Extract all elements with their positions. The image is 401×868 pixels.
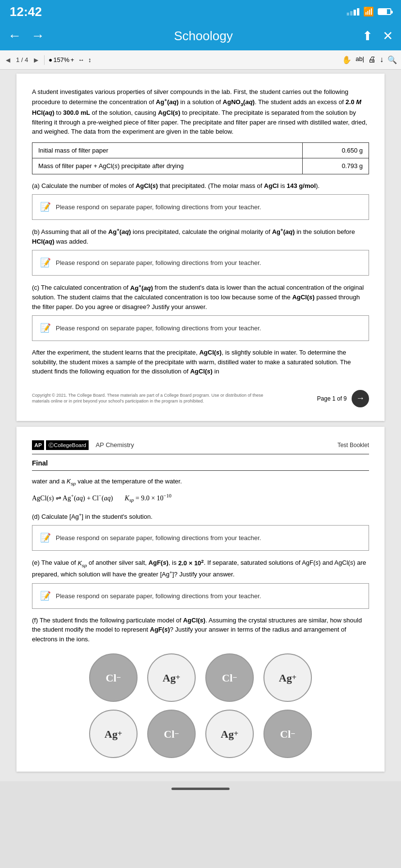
fit-width-icon[interactable]: ↔: [78, 56, 84, 63]
question-b: (b) Assuming that all of the Ag+(aq) ion…: [32, 227, 369, 246]
collegeboard-badge: ⒸCollegeBoard: [46, 440, 89, 450]
hand-tool-icon[interactable]: ✋: [342, 55, 352, 64]
nav-bar: ← → Schoology ⬆ ✕: [0, 21, 401, 50]
particle-cl-1: Cl−: [89, 653, 138, 702]
next-page-button[interactable]: ▶: [32, 56, 40, 64]
question-f: (f) The student finds the following part…: [32, 616, 369, 644]
page2-header: AP ⒸCollegeBoard AP Chemistry Test Bookl…: [32, 440, 369, 450]
particle-ag-2: Ag+: [263, 653, 312, 702]
edit-icon-e: 📝: [40, 589, 51, 603]
section-label: Final: [32, 458, 369, 471]
footer-copyright: Copyright © 2021. The College Board. The…: [32, 393, 274, 404]
page2-branding: AP ⒸCollegeBoard AP Chemistry: [32, 440, 134, 450]
edit-icon-c: 📝: [40, 322, 51, 335]
signal-icon: [347, 8, 359, 16]
response-box-b[interactable]: 📝 Please respond on separate paper, foll…: [32, 250, 369, 276]
ap-badge: AP: [32, 440, 44, 450]
response-text-a: Please respond on separate paper, follow…: [56, 202, 261, 212]
paragraph-d: After the experiment, the student learns…: [32, 348, 369, 376]
particle-cl-4: Cl−: [263, 710, 312, 758]
page-1: A student investigates various propertie…: [16, 74, 385, 421]
wifi-icon: 📶: [363, 6, 374, 17]
next-page-arrow[interactable]: →: [352, 390, 369, 407]
section-divider: [32, 454, 369, 454]
edit-icon-a: 📝: [40, 201, 51, 214]
share-button[interactable]: ⬆: [362, 29, 373, 44]
table-row: Initial mass of filter paper 0.650 g: [32, 142, 369, 158]
battery-icon: [378, 8, 391, 15]
toolbar: ◀ 1 / 4 ▶ ● 157% + ↔ ↕ ✋ ab| 🖨 ↓ 🔍: [0, 50, 401, 70]
zoom-level: 157%: [53, 56, 69, 63]
table-cell-label-1: Initial mass of filter paper: [32, 142, 303, 158]
response-box-c[interactable]: 📝 Please respond on separate paper, foll…: [32, 315, 369, 341]
table-row: Mass of filter paper + AgCl(s) precipita…: [32, 158, 369, 174]
page-2: AP ⒸCollegeBoard AP Chemistry Test Bookl…: [16, 427, 385, 772]
data-table: Initial mass of filter paper 0.650 g Mas…: [32, 142, 369, 174]
question-c: (c) The calculated concentration of Ag+(…: [32, 282, 369, 311]
response-box-e[interactable]: 📝 Please respond on separate paper, foll…: [32, 583, 369, 609]
intro-text: A student investigates various propertie…: [32, 87, 369, 137]
table-cell-value-1: 0.650 g: [302, 142, 369, 158]
response-text-c: Please respond on separate paper, follow…: [56, 324, 261, 333]
status-time: 12:42: [10, 4, 42, 19]
response-box-a[interactable]: 📝 Please respond on separate paper, foll…: [32, 194, 369, 220]
table-cell-label-2: Mass of filter paper + AgCl(s) precipita…: [32, 158, 303, 174]
water-text: water and a Ksp value at the temperature…: [32, 477, 369, 487]
close-button[interactable]: ✕: [383, 29, 393, 44]
particle-ag-3: Ag+: [89, 710, 138, 758]
fit-page-icon[interactable]: ↕: [88, 56, 92, 63]
table-cell-value-2: 0.793 g: [302, 158, 369, 174]
particle-ag-1: Ag+: [147, 653, 196, 702]
download-icon[interactable]: ↓: [380, 55, 384, 64]
footer-page-label: Page 1 of 9: [317, 394, 347, 403]
forward-button[interactable]: →: [31, 28, 45, 44]
zoom-increase[interactable]: +: [70, 56, 74, 63]
particle-cl-3: Cl−: [147, 710, 196, 758]
test-booklet-label: Test Booklet: [338, 441, 369, 450]
question-e: (e) The value of Ksp of another silver s…: [32, 558, 369, 579]
search-icon[interactable]: 🔍: [387, 55, 397, 64]
dissolution-equation: AgCl(s) ⇌ Ag+(aq) + Cl−(aq) Ksp = 9.0 × …: [32, 492, 369, 504]
response-text-e: Please respond on separate paper, follow…: [56, 591, 261, 601]
particle-ag-4: Ag+: [205, 710, 254, 758]
edit-icon-b: 📝: [40, 256, 51, 269]
back-button[interactable]: ←: [8, 28, 21, 44]
nav-right-icons: ⬆ ✕: [362, 29, 393, 44]
content-area: A student investigates various propertie…: [0, 70, 401, 781]
zoom-decrease[interactable]: ●: [48, 56, 52, 63]
app-title: Schoology: [174, 29, 232, 44]
edit-icon-d: 📝: [40, 531, 51, 544]
question-d: (d) Calculate [Ag+] in the student's sol…: [32, 512, 369, 522]
course-label: AP Chemistry: [93, 440, 134, 450]
text-select-icon[interactable]: ab|: [355, 55, 364, 64]
status-bar: 12:42 📶: [0, 0, 401, 21]
particle-model: Cl− Ag+ Cl− Ag+ Ag+ Cl− Ag+ Cl−: [32, 653, 369, 758]
status-icons: 📶: [347, 6, 391, 17]
response-text-b: Please respond on separate paper, follow…: [56, 258, 261, 268]
particle-row-2: Ag+ Cl− Ag+ Cl−: [89, 710, 312, 758]
toolbar-right: ✋ ab| 🖨 ↓ 🔍: [342, 55, 397, 64]
question-a: (a) Calculate the number of moles of AgC…: [32, 181, 369, 191]
page-footer: Copyright © 2021. The College Board. The…: [32, 386, 369, 407]
response-box-d[interactable]: 📝 Please respond on separate paper, foll…: [32, 525, 369, 551]
page-info: 1 / 4: [16, 56, 28, 63]
nav-arrows: ← →: [8, 28, 45, 44]
particle-cl-2: Cl−: [205, 653, 254, 702]
response-text-d: Please respond on separate paper, follow…: [56, 533, 261, 543]
home-indicator-area: [0, 781, 401, 796]
home-indicator: [171, 788, 230, 790]
particle-row-1: Cl− Ag+ Cl− Ag+: [89, 653, 312, 702]
print-icon[interactable]: 🖨: [368, 55, 376, 64]
prev-page-button[interactable]: ◀: [4, 56, 12, 64]
zoom-control[interactable]: ● 157% +: [48, 56, 74, 63]
